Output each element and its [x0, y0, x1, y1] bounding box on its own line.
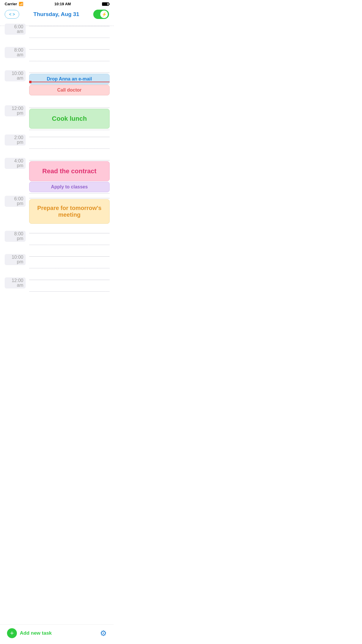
- time-content-10am: Drop Anna an e-mail Call doctor: [29, 73, 110, 96]
- time-row-8am: 8:00 am: [0, 49, 114, 73]
- nav-prev-next-button[interactable]: < >: [5, 10, 19, 19]
- time-row-12am: 12:00 am: [0, 280, 114, 303]
- time-label-4pm: 4:00 pm: [0, 158, 29, 169]
- battery-fill: [103, 3, 108, 5]
- time-label-12pm: 12:00 pm: [0, 105, 29, 116]
- battery-icon: [102, 2, 109, 6]
- lightning-icon: ⚡: [102, 12, 107, 17]
- time-label-8pm: 8:00 pm: [0, 231, 29, 242]
- time-label-10pm: 10:00 pm: [0, 254, 29, 265]
- time-label-10am: 10:00 am: [0, 70, 29, 81]
- event-cook-lunch[interactable]: Cook lunch: [29, 109, 110, 129]
- time-content-12pm: Cook lunch: [29, 108, 110, 130]
- time-label-6am: 6:00 am: [0, 24, 29, 35]
- wifi-icon: 📶: [19, 2, 23, 6]
- time-label-6pm: 6:00 pm: [0, 196, 29, 207]
- current-time-line: [31, 82, 110, 82]
- next-arrow-icon: >: [13, 12, 15, 17]
- time-row-2pm: 2:00 pm: [0, 137, 114, 160]
- event-read-contract[interactable]: Read the contract: [29, 161, 110, 181]
- event-apply-classes[interactable]: Apply to classes: [29, 182, 110, 192]
- status-left: Carrier 📶: [5, 2, 23, 6]
- current-time-dot: [29, 81, 31, 83]
- time-label-12am: 12:00 am: [0, 277, 29, 288]
- time-row-8pm: 8:00 pm: [0, 233, 114, 256]
- time-content-4pm: Read the contract Apply to classes: [29, 160, 110, 194]
- event-call-doctor[interactable]: Call doctor: [29, 85, 110, 95]
- status-bar: Carrier 📶 10:19 AM: [0, 0, 114, 7]
- time-content-6pm: Prepare for tomorrow's meeting: [29, 198, 110, 224]
- time-label-2pm: 2:00 pm: [0, 134, 29, 146]
- time-row-12pm: 12:00 pm Cook lunch: [0, 108, 114, 137]
- time-row-6pm: 6:00 pm Prepare for tomorrow's meeting: [0, 198, 114, 233]
- time-row-10pm: 10:00 pm: [0, 256, 114, 280]
- toggle-button[interactable]: ⚡: [93, 10, 109, 19]
- toggle-knob: ⚡: [100, 10, 108, 18]
- event-prepare-meeting[interactable]: Prepare for tomorrow's meeting: [29, 199, 110, 224]
- time-row-10am: 10:00 am Drop Anna an e-mail Call doctor: [0, 73, 114, 108]
- header-date-title: Thursday, Aug 31: [34, 11, 79, 18]
- time-label-8am: 8:00 am: [0, 47, 29, 58]
- current-time-indicator: [0, 81, 110, 83]
- carrier-label: Carrier: [5, 2, 17, 6]
- header: < > Thursday, Aug 31 ⚡: [0, 7, 114, 22]
- time-row-4pm: 4:00 pm Read the contract Apply to class…: [0, 160, 114, 198]
- time-label: 10:19 AM: [55, 2, 71, 6]
- time-row-6am: 6:00 am: [0, 26, 114, 49]
- calendar-body: 6:00 am 8:00 am 10:00 am Drop: [0, 22, 114, 323]
- prev-arrow-icon: <: [9, 12, 11, 17]
